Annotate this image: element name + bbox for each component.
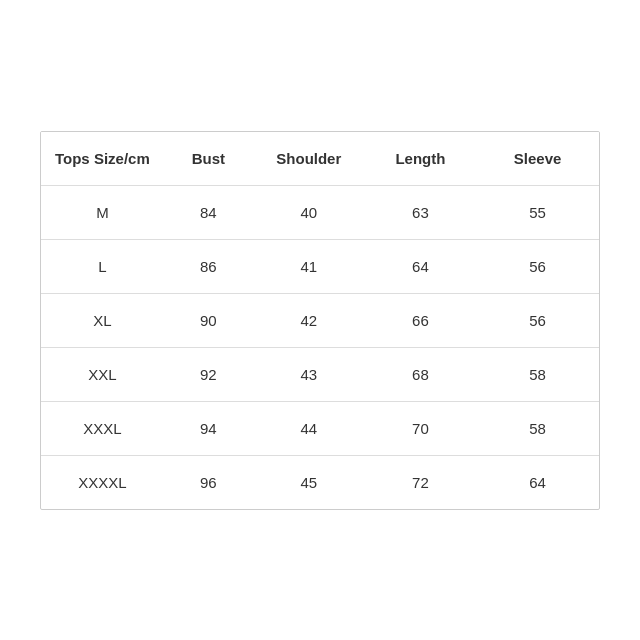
cell-length-1: 64 xyxy=(365,239,477,293)
header-length: Length xyxy=(365,132,477,186)
cell-bust-4: 94 xyxy=(164,401,253,455)
cell-sleeve-1: 56 xyxy=(476,239,599,293)
cell-length-5: 72 xyxy=(365,455,477,509)
cell-size-4: XXXL xyxy=(41,401,164,455)
cell-size-5: XXXXL xyxy=(41,455,164,509)
header-size: Tops Size/cm xyxy=(41,132,164,186)
cell-bust-5: 96 xyxy=(164,455,253,509)
cell-shoulder-2: 42 xyxy=(253,293,365,347)
cell-sleeve-5: 64 xyxy=(476,455,599,509)
size-chart-table: Tops Size/cm Bust Shoulder Length Sleeve… xyxy=(41,132,599,509)
table-row: M84406355 xyxy=(41,185,599,239)
cell-sleeve-4: 58 xyxy=(476,401,599,455)
cell-sleeve-0: 55 xyxy=(476,185,599,239)
header-shoulder: Shoulder xyxy=(253,132,365,186)
cell-sleeve-3: 58 xyxy=(476,347,599,401)
cell-length-2: 66 xyxy=(365,293,477,347)
cell-bust-2: 90 xyxy=(164,293,253,347)
cell-size-2: XL xyxy=(41,293,164,347)
cell-shoulder-4: 44 xyxy=(253,401,365,455)
table-row: L86416456 xyxy=(41,239,599,293)
cell-shoulder-0: 40 xyxy=(253,185,365,239)
header-bust: Bust xyxy=(164,132,253,186)
cell-sleeve-2: 56 xyxy=(476,293,599,347)
table-row: XXL92436858 xyxy=(41,347,599,401)
size-chart-container: Tops Size/cm Bust Shoulder Length Sleeve… xyxy=(40,131,600,510)
cell-size-3: XXL xyxy=(41,347,164,401)
cell-bust-3: 92 xyxy=(164,347,253,401)
table-row: XL90426656 xyxy=(41,293,599,347)
cell-shoulder-1: 41 xyxy=(253,239,365,293)
cell-size-1: L xyxy=(41,239,164,293)
table-row: XXXXL96457264 xyxy=(41,455,599,509)
cell-length-3: 68 xyxy=(365,347,477,401)
cell-size-0: M xyxy=(41,185,164,239)
table-row: XXXL94447058 xyxy=(41,401,599,455)
cell-shoulder-3: 43 xyxy=(253,347,365,401)
cell-length-0: 63 xyxy=(365,185,477,239)
table-header-row: Tops Size/cm Bust Shoulder Length Sleeve xyxy=(41,132,599,186)
cell-bust-0: 84 xyxy=(164,185,253,239)
cell-length-4: 70 xyxy=(365,401,477,455)
cell-shoulder-5: 45 xyxy=(253,455,365,509)
cell-bust-1: 86 xyxy=(164,239,253,293)
header-sleeve: Sleeve xyxy=(476,132,599,186)
